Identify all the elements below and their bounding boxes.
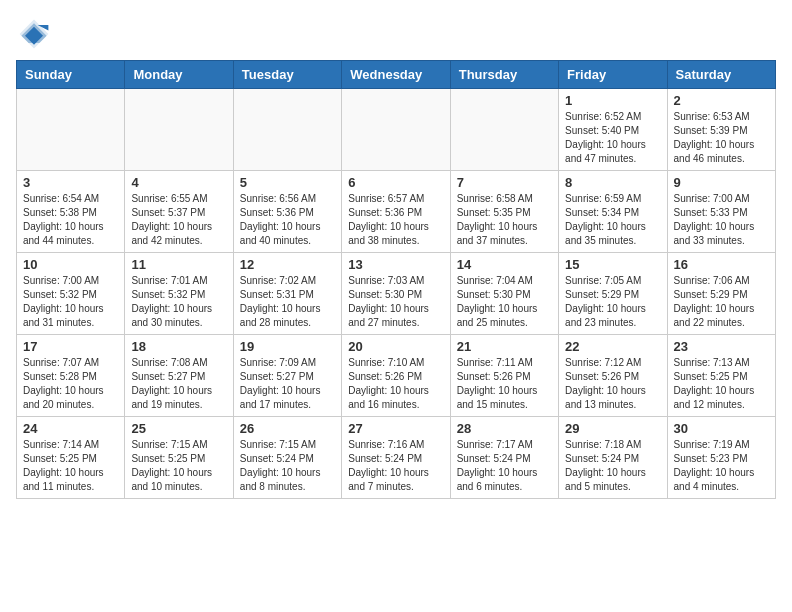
day-number: 26 [240,421,335,436]
day-info: Sunrise: 6:57 AM Sunset: 5:36 PM Dayligh… [348,192,443,248]
weekday-header-monday: Monday [125,61,233,89]
calendar-cell: 25Sunrise: 7:15 AM Sunset: 5:25 PM Dayli… [125,417,233,499]
day-info: Sunrise: 7:13 AM Sunset: 5:25 PM Dayligh… [674,356,769,412]
calendar-cell [450,89,558,171]
calendar-cell: 22Sunrise: 7:12 AM Sunset: 5:26 PM Dayli… [559,335,667,417]
calendar-cell [17,89,125,171]
weekday-header-sunday: Sunday [17,61,125,89]
calendar-cell: 15Sunrise: 7:05 AM Sunset: 5:29 PM Dayli… [559,253,667,335]
calendar-cell: 27Sunrise: 7:16 AM Sunset: 5:24 PM Dayli… [342,417,450,499]
day-number: 6 [348,175,443,190]
calendar-cell: 20Sunrise: 7:10 AM Sunset: 5:26 PM Dayli… [342,335,450,417]
calendar-cell: 8Sunrise: 6:59 AM Sunset: 5:34 PM Daylig… [559,171,667,253]
calendar-cell: 18Sunrise: 7:08 AM Sunset: 5:27 PM Dayli… [125,335,233,417]
calendar-cell: 26Sunrise: 7:15 AM Sunset: 5:24 PM Dayli… [233,417,341,499]
day-number: 4 [131,175,226,190]
day-info: Sunrise: 7:00 AM Sunset: 5:32 PM Dayligh… [23,274,118,330]
day-info: Sunrise: 7:14 AM Sunset: 5:25 PM Dayligh… [23,438,118,494]
day-number: 7 [457,175,552,190]
day-info: Sunrise: 7:04 AM Sunset: 5:30 PM Dayligh… [457,274,552,330]
calendar-cell: 14Sunrise: 7:04 AM Sunset: 5:30 PM Dayli… [450,253,558,335]
weekday-header-wednesday: Wednesday [342,61,450,89]
day-info: Sunrise: 7:10 AM Sunset: 5:26 PM Dayligh… [348,356,443,412]
day-info: Sunrise: 7:01 AM Sunset: 5:32 PM Dayligh… [131,274,226,330]
day-info: Sunrise: 7:02 AM Sunset: 5:31 PM Dayligh… [240,274,335,330]
calendar-cell: 7Sunrise: 6:58 AM Sunset: 5:35 PM Daylig… [450,171,558,253]
day-number: 5 [240,175,335,190]
calendar-cell: 9Sunrise: 7:00 AM Sunset: 5:33 PM Daylig… [667,171,775,253]
day-number: 16 [674,257,769,272]
day-info: Sunrise: 7:17 AM Sunset: 5:24 PM Dayligh… [457,438,552,494]
day-info: Sunrise: 7:11 AM Sunset: 5:26 PM Dayligh… [457,356,552,412]
day-number: 2 [674,93,769,108]
calendar-cell: 28Sunrise: 7:17 AM Sunset: 5:24 PM Dayli… [450,417,558,499]
day-info: Sunrise: 7:19 AM Sunset: 5:23 PM Dayligh… [674,438,769,494]
day-info: Sunrise: 7:07 AM Sunset: 5:28 PM Dayligh… [23,356,118,412]
calendar-cell: 3Sunrise: 6:54 AM Sunset: 5:38 PM Daylig… [17,171,125,253]
day-number: 17 [23,339,118,354]
day-number: 29 [565,421,660,436]
day-number: 20 [348,339,443,354]
calendar-cell: 4Sunrise: 6:55 AM Sunset: 5:37 PM Daylig… [125,171,233,253]
calendar-cell: 16Sunrise: 7:06 AM Sunset: 5:29 PM Dayli… [667,253,775,335]
calendar-body: 1Sunrise: 6:52 AM Sunset: 5:40 PM Daylig… [17,89,776,499]
day-info: Sunrise: 7:16 AM Sunset: 5:24 PM Dayligh… [348,438,443,494]
calendar-cell: 12Sunrise: 7:02 AM Sunset: 5:31 PM Dayli… [233,253,341,335]
day-number: 3 [23,175,118,190]
day-info: Sunrise: 7:15 AM Sunset: 5:24 PM Dayligh… [240,438,335,494]
day-number: 13 [348,257,443,272]
weekday-header-tuesday: Tuesday [233,61,341,89]
calendar-cell: 30Sunrise: 7:19 AM Sunset: 5:23 PM Dayli… [667,417,775,499]
calendar-cell: 24Sunrise: 7:14 AM Sunset: 5:25 PM Dayli… [17,417,125,499]
day-info: Sunrise: 7:05 AM Sunset: 5:29 PM Dayligh… [565,274,660,330]
weekday-header-row: SundayMondayTuesdayWednesdayThursdayFrid… [17,61,776,89]
calendar-cell: 11Sunrise: 7:01 AM Sunset: 5:32 PM Dayli… [125,253,233,335]
calendar-table: SundayMondayTuesdayWednesdayThursdayFrid… [16,60,776,499]
day-info: Sunrise: 6:58 AM Sunset: 5:35 PM Dayligh… [457,192,552,248]
day-info: Sunrise: 7:08 AM Sunset: 5:27 PM Dayligh… [131,356,226,412]
week-row-1: 1Sunrise: 6:52 AM Sunset: 5:40 PM Daylig… [17,89,776,171]
calendar-cell: 10Sunrise: 7:00 AM Sunset: 5:32 PM Dayli… [17,253,125,335]
day-info: Sunrise: 6:52 AM Sunset: 5:40 PM Dayligh… [565,110,660,166]
calendar-cell: 17Sunrise: 7:07 AM Sunset: 5:28 PM Dayli… [17,335,125,417]
day-number: 22 [565,339,660,354]
day-number: 8 [565,175,660,190]
day-number: 24 [23,421,118,436]
day-number: 10 [23,257,118,272]
calendar-cell: 29Sunrise: 7:18 AM Sunset: 5:24 PM Dayli… [559,417,667,499]
day-number: 21 [457,339,552,354]
calendar-cell: 23Sunrise: 7:13 AM Sunset: 5:25 PM Dayli… [667,335,775,417]
calendar-cell [342,89,450,171]
weekday-header-thursday: Thursday [450,61,558,89]
day-number: 12 [240,257,335,272]
calendar-cell: 19Sunrise: 7:09 AM Sunset: 5:27 PM Dayli… [233,335,341,417]
day-number: 14 [457,257,552,272]
calendar-cell: 6Sunrise: 6:57 AM Sunset: 5:36 PM Daylig… [342,171,450,253]
page-header [16,16,776,52]
day-number: 27 [348,421,443,436]
logo-icon [16,16,52,52]
day-number: 19 [240,339,335,354]
calendar-cell: 1Sunrise: 6:52 AM Sunset: 5:40 PM Daylig… [559,89,667,171]
week-row-4: 17Sunrise: 7:07 AM Sunset: 5:28 PM Dayli… [17,335,776,417]
day-info: Sunrise: 7:15 AM Sunset: 5:25 PM Dayligh… [131,438,226,494]
calendar-cell: 13Sunrise: 7:03 AM Sunset: 5:30 PM Dayli… [342,253,450,335]
day-info: Sunrise: 7:03 AM Sunset: 5:30 PM Dayligh… [348,274,443,330]
day-info: Sunrise: 7:06 AM Sunset: 5:29 PM Dayligh… [674,274,769,330]
logo [16,16,56,52]
calendar-cell [233,89,341,171]
day-number: 9 [674,175,769,190]
day-number: 30 [674,421,769,436]
day-info: Sunrise: 7:09 AM Sunset: 5:27 PM Dayligh… [240,356,335,412]
day-number: 11 [131,257,226,272]
day-info: Sunrise: 6:53 AM Sunset: 5:39 PM Dayligh… [674,110,769,166]
weekday-header-friday: Friday [559,61,667,89]
day-info: Sunrise: 6:59 AM Sunset: 5:34 PM Dayligh… [565,192,660,248]
week-row-2: 3Sunrise: 6:54 AM Sunset: 5:38 PM Daylig… [17,171,776,253]
day-number: 1 [565,93,660,108]
day-info: Sunrise: 7:18 AM Sunset: 5:24 PM Dayligh… [565,438,660,494]
calendar-cell [125,89,233,171]
day-info: Sunrise: 6:56 AM Sunset: 5:36 PM Dayligh… [240,192,335,248]
week-row-3: 10Sunrise: 7:00 AM Sunset: 5:32 PM Dayli… [17,253,776,335]
day-number: 25 [131,421,226,436]
